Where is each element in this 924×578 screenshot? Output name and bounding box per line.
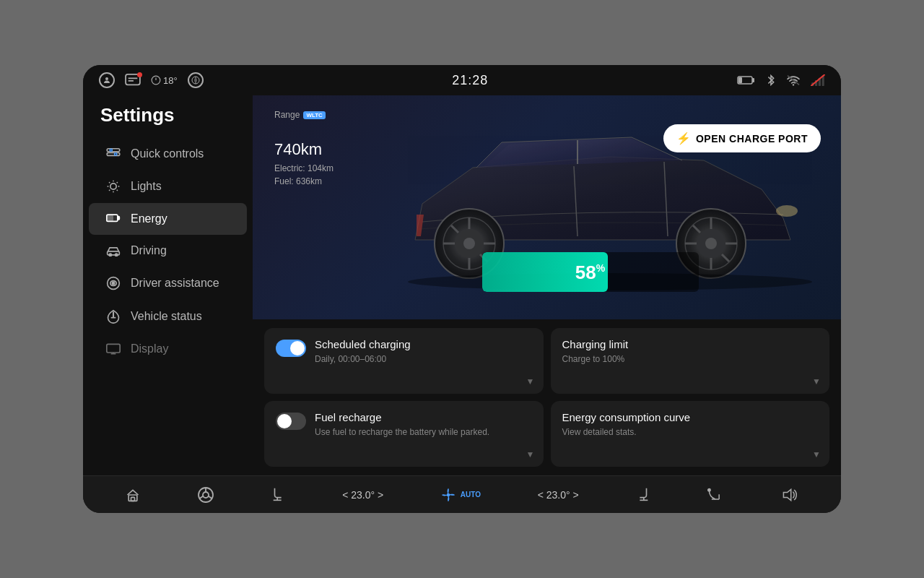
fan-button[interactable]: AUTO	[440, 487, 481, 503]
volume-button[interactable]	[781, 488, 798, 502]
sidebar-item-display[interactable]: Display	[89, 333, 247, 365]
energy-consumption-text: Energy consumption curve View detailed s…	[562, 411, 819, 439]
sidebar: Settings Quick controls Lights Energy Dr…	[83, 95, 253, 475]
range-value: 740km	[274, 123, 334, 160]
compass-icon[interactable]	[188, 72, 204, 88]
energy-label: Energy	[131, 212, 167, 225]
quick-controls-label: Quick controls	[131, 147, 204, 160]
svg-line-70	[208, 496, 212, 499]
svg-marker-4	[194, 77, 196, 84]
notification-badge	[137, 72, 142, 77]
charging-limit-card[interactable]: Charging limit Charge to 100% ▼	[551, 328, 830, 394]
svg-rect-6	[738, 77, 742, 83]
driver-assistance-icon	[106, 276, 121, 290]
car-section: Range WLTC 740km Electric: 104km Fuel: 6…	[253, 95, 841, 319]
sidebar-item-energy[interactable]: Energy	[89, 203, 247, 235]
sidebar-item-lights[interactable]: Lights	[89, 170, 247, 203]
wltc-badge: WLTC	[303, 111, 326, 119]
svg-rect-7	[752, 78, 754, 82]
charging-limit-subtitle: Charge to 100%	[562, 353, 819, 366]
sidebar-title: Settings	[83, 104, 253, 138]
svg-line-69	[199, 496, 203, 499]
range-label: Range WLTC	[274, 110, 334, 120]
energy-consumption-card[interactable]: Energy consumption curve View detailed s…	[551, 401, 830, 467]
svg-rect-65	[131, 497, 135, 501]
driving-label: Driving	[131, 244, 167, 257]
clock: 21:28	[452, 73, 488, 88]
svg-point-32	[109, 254, 111, 256]
svg-point-40	[776, 205, 798, 217]
sidebar-item-driving[interactable]: Driving	[89, 235, 247, 267]
fuel-recharge-card[interactable]: Fuel recharge Use fuel to recharge the b…	[264, 401, 544, 467]
main-content: Settings Quick controls Lights Energy Dr…	[83, 95, 841, 475]
display-icon	[106, 343, 121, 355]
seat-left-button[interactable]	[271, 487, 286, 503]
energy-consumption-title: Energy consumption curve	[562, 411, 819, 423]
fuel-recharge-subtitle: Use fuel to recharge the battery while p…	[315, 426, 532, 439]
car-icon	[106, 245, 121, 256]
fuel-recharge-text: Fuel recharge Use fuel to recharge the b…	[315, 411, 532, 439]
fan-icon	[440, 487, 456, 503]
steering-button[interactable]	[197, 486, 214, 504]
user-icon[interactable]	[99, 72, 115, 88]
battery-bar: 58%	[482, 252, 699, 292]
home-icon	[126, 488, 140, 502]
svg-rect-16	[107, 152, 120, 155]
vehicle-status-icon	[106, 309, 121, 324]
battery-icon	[737, 75, 756, 85]
svg-rect-36	[107, 344, 120, 353]
auto-label: AUTO	[461, 491, 481, 499]
scheduled-charging-toggle[interactable]	[276, 340, 306, 357]
sidebar-item-quick-controls[interactable]: Quick controls	[89, 138, 247, 170]
fuel-recharge-toggle[interactable]	[276, 413, 306, 430]
steering-icon	[197, 486, 214, 504]
scheduled-charging-text: Scheduled charging Daily, 00:00–06:00	[315, 338, 532, 366]
bottom-bar: < 23.0° > AUTO < 23.0° >	[83, 475, 841, 513]
display-label: Display	[131, 342, 168, 355]
scheduled-charging-arrow: ▼	[526, 376, 535, 387]
message-icon[interactable]	[125, 74, 141, 87]
svg-point-18	[115, 153, 117, 155]
recline-icon	[707, 488, 724, 502]
range-electric: Electric: 104km	[274, 162, 334, 175]
svg-point-71	[447, 493, 450, 496]
energy-consumption-subtitle: View detailed stats.	[562, 426, 819, 439]
temp-right-value: < 23.0° >	[538, 489, 579, 501]
sidebar-item-vehicle-status[interactable]: Vehicle status	[89, 300, 247, 333]
battery-bar-bg: 58%	[482, 252, 699, 292]
svg-point-35	[112, 282, 114, 284]
lights-icon	[106, 179, 121, 194]
svg-point-56	[463, 238, 475, 249]
scheduled-charging-card[interactable]: Scheduled charging Daily, 00:00–06:00 ▼	[264, 328, 544, 394]
bluetooth-icon	[766, 74, 776, 87]
battery-percent: 58%	[575, 261, 605, 283]
seat-right-icon	[635, 487, 650, 503]
scheduled-charging-subtitle: Daily, 00:00–06:00	[315, 353, 532, 366]
svg-rect-29	[118, 217, 120, 220]
status-right	[737, 74, 825, 87]
range-info: Range WLTC 740km Electric: 104km Fuel: 6…	[274, 110, 334, 188]
sidebar-item-driver-assistance[interactable]: Driver assistance	[89, 267, 247, 300]
temp-right-control[interactable]: < 23.0° >	[538, 489, 579, 501]
driver-assistance-label: Driver assistance	[131, 277, 219, 290]
status-bar: 18° 21:28	[83, 65, 841, 95]
charging-limit-arrow: ▼	[812, 376, 821, 387]
svg-point-72	[708, 488, 710, 491]
svg-line-25	[117, 190, 118, 191]
wifi-off-icon	[786, 74, 801, 86]
energy-icon	[106, 212, 121, 225]
bolt-icon: ⚡	[676, 131, 692, 145]
charging-limit-title: Charging limit	[562, 338, 819, 350]
status-left: 18°	[99, 72, 204, 88]
svg-point-17	[110, 149, 112, 151]
svg-point-0	[105, 77, 108, 80]
open-charge-port-button[interactable]: ⚡ OPEN CHARGE PORT	[663, 124, 821, 152]
fuel-recharge-arrow: ▼	[526, 449, 535, 460]
toggle-knob-off	[277, 414, 292, 428]
temp-left-control[interactable]: < 23.0° >	[342, 489, 383, 501]
toggle-knob	[290, 341, 305, 355]
recline-button[interactable]	[707, 488, 724, 502]
svg-line-24	[109, 182, 110, 183]
seat-right-button[interactable]	[635, 487, 650, 503]
home-button[interactable]	[126, 488, 140, 502]
